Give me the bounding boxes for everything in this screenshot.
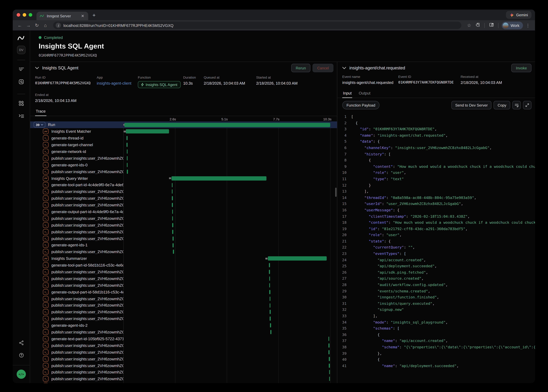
trace-row[interactable]: >_publish:user:insights:user_2VH6zowmhZC… bbox=[30, 302, 337, 309]
browser-menu-icon[interactable]: ⋮ bbox=[524, 23, 532, 28]
trace-row[interactable]: >_publish:user:insights:user_2VH6zowmhZC… bbox=[30, 356, 337, 362]
trace-row[interactable]: >_publish:user:insights:user_2VH6zowmhZC… bbox=[30, 188, 337, 195]
span-bar[interactable] bbox=[172, 203, 173, 207]
trace-row-run[interactable]: 39Run bbox=[30, 121, 337, 128]
chevron-down-icon[interactable] bbox=[342, 67, 346, 69]
trace-row[interactable]: >_publish:user:insights:user_2VH6zowmhZC… bbox=[30, 376, 337, 382]
trace-row[interactable]: >_publish:user:insights:user_2VH6zowmhZC… bbox=[30, 202, 337, 208]
span-bar[interactable] bbox=[172, 236, 173, 241]
rerun-button[interactable]: Rerun bbox=[291, 64, 311, 72]
invoke-button[interactable]: Invoke bbox=[511, 64, 532, 72]
minimize-window-button[interactable] bbox=[23, 13, 26, 17]
span-bar[interactable] bbox=[172, 196, 173, 201]
trace-row[interactable]: Insights Event Matcher bbox=[30, 128, 337, 135]
trace-row[interactable]: >_generate-output-part-id-4c4de9f0-6e7a-… bbox=[30, 208, 337, 215]
span-bar[interactable] bbox=[172, 210, 173, 214]
span-bar[interactable] bbox=[126, 129, 169, 133]
span-bar[interactable] bbox=[172, 230, 173, 234]
bookmark-star-icon[interactable]: ☆ bbox=[466, 23, 473, 28]
trace-row[interactable]: >_generate-agent-ids-0 bbox=[30, 161, 337, 168]
trace-row[interactable]: >_publish:user:insights:user_2VH6zowmhZC… bbox=[30, 369, 337, 376]
span-bar[interactable] bbox=[328, 343, 329, 348]
workspace-avatar[interactable]: DV bbox=[17, 46, 26, 54]
trace-row[interactable]: >_publish:user:insights:user_2VH6zowmhZC… bbox=[30, 329, 337, 336]
span-bar[interactable] bbox=[328, 350, 329, 354]
trace-row[interactable]: >_generate-text-part-id-105bf925-5722-43… bbox=[30, 336, 337, 342]
trace-row[interactable]: >_generate-tool-part-id-4c4de9f0-6e7a-4d… bbox=[30, 182, 337, 188]
inngest-logo-icon[interactable] bbox=[17, 35, 25, 42]
send-to-dev-server-button[interactable]: Send to Dev Server bbox=[451, 101, 492, 109]
tab-close-icon[interactable]: ✕ bbox=[80, 14, 85, 18]
span-bar[interactable] bbox=[173, 250, 174, 254]
forward-icon[interactable]: → bbox=[25, 23, 32, 28]
payload-code[interactable]: 1[2 {3 "id": "01KHRMF63Y7AHK7EKFQGN8RTDE… bbox=[337, 112, 535, 383]
reload-icon[interactable]: ↻ bbox=[33, 23, 40, 28]
trace-scrollbar[interactable] bbox=[335, 188, 337, 197]
span-bar[interactable] bbox=[329, 370, 330, 374]
sidebar-item-apps[interactable] bbox=[18, 101, 24, 108]
span-bar[interactable] bbox=[269, 263, 270, 267]
cancel-button[interactable]: Cancel bbox=[313, 64, 333, 72]
span-bar[interactable] bbox=[127, 143, 128, 147]
gemini-button[interactable]: Gemini bbox=[506, 11, 532, 19]
span-count-badge[interactable]: 39 bbox=[34, 122, 45, 127]
tab-output[interactable]: Output bbox=[358, 89, 371, 98]
span-bar[interactable] bbox=[171, 176, 267, 180]
new-tab-button[interactable]: + bbox=[93, 12, 96, 18]
span-bar[interactable] bbox=[269, 270, 270, 274]
dev-mode-button[interactable]: </> bbox=[17, 370, 26, 379]
back-icon[interactable]: ← bbox=[16, 23, 23, 28]
span-bar[interactable] bbox=[329, 377, 330, 381]
expand-icon[interactable] bbox=[523, 101, 532, 109]
span-bar[interactable] bbox=[124, 123, 330, 127]
sidebar-item-functions[interactable] bbox=[18, 113, 24, 120]
trace-row[interactable]: >_publish:user:insights:user_2VH6zowmhZC… bbox=[30, 362, 337, 369]
home-icon[interactable]: ⌂ bbox=[42, 23, 49, 28]
span-bar[interactable] bbox=[127, 136, 128, 140]
span-bar[interactable] bbox=[270, 323, 271, 328]
profile-button[interactable]: Work bbox=[502, 21, 523, 29]
chevron-down-icon[interactable] bbox=[35, 67, 39, 69]
trace-row[interactable]: >_publish:user:insights:user_2VH6zowmhZC… bbox=[30, 195, 337, 202]
span-bar[interactable] bbox=[269, 283, 270, 287]
trace-row[interactable]: >_publish:user:insights:user_2VH6zowmhZC… bbox=[30, 295, 337, 302]
extensions-icon[interactable] bbox=[474, 22, 481, 28]
span-bar[interactable] bbox=[329, 364, 330, 368]
span-bar[interactable] bbox=[172, 216, 173, 221]
app-link[interactable]: insights-agent-client bbox=[97, 81, 138, 85]
word-wrap-icon[interactable] bbox=[512, 101, 521, 109]
span-bar[interactable] bbox=[268, 256, 327, 261]
trace-row[interactable]: >_publish:user:insights:user_2VH6zowmhZC… bbox=[30, 309, 337, 315]
trace-row[interactable]: >_generate-thread-id bbox=[30, 135, 337, 141]
trace-row[interactable]: >_publish:user:insights:user_2VH6zowmhZC… bbox=[30, 282, 337, 289]
address-bar[interactable]: i localhost:8288/run?runID=01KHRMF677RJP… bbox=[53, 21, 461, 29]
trace-row[interactable]: >_publish:user:insights:user_2VH6zowmhZC… bbox=[30, 235, 337, 242]
span-bar[interactable] bbox=[127, 169, 128, 174]
trace-row[interactable]: >_publish:user:insights:user_2VH6zowmhZC… bbox=[30, 222, 337, 228]
trace-row[interactable]: >_publish:user:insights:user_2VH6zowmhZC… bbox=[30, 315, 337, 322]
span-bar[interactable] bbox=[172, 189, 173, 194]
sidebar-item-events[interactable] bbox=[18, 79, 24, 86]
trace-row[interactable]: >_generate-agent-ids-1 bbox=[30, 242, 337, 249]
copy-button[interactable]: Copy bbox=[494, 101, 510, 109]
span-bar[interactable] bbox=[173, 243, 174, 247]
span-bar[interactable] bbox=[172, 183, 173, 187]
trace-row[interactable]: >_publish:user:insights:user_2VH6zowmhZC… bbox=[30, 342, 337, 349]
tab-trace[interactable]: Trace bbox=[35, 107, 46, 116]
span-bar[interactable] bbox=[270, 303, 270, 308]
tab-input[interactable]: Input bbox=[342, 89, 352, 98]
zoom-window-button[interactable] bbox=[29, 13, 32, 17]
trace-row[interactable]: >_generate-output-part-id-58d1b116-c53c-… bbox=[30, 289, 337, 295]
span-bar[interactable] bbox=[127, 149, 128, 154]
span-bar[interactable] bbox=[328, 337, 329, 341]
trace-row[interactable]: >_generate-tool-part-id-58d1b116-c53c-4e… bbox=[30, 262, 337, 269]
span-bar[interactable] bbox=[270, 310, 271, 314]
trace-row[interactable]: >_generate-agent-ids-2 bbox=[30, 322, 337, 329]
trace-row[interactable]: >_publish:user:insights:user_2VH6zowmhZC… bbox=[30, 168, 337, 175]
span-bar[interactable] bbox=[270, 330, 271, 334]
trace-row[interactable]: >_publish:user:insights:user_2VH6zowmhZC… bbox=[30, 349, 337, 356]
span-bar[interactable] bbox=[269, 290, 270, 294]
trace-row[interactable]: >_publish:user:insights:user_2VH6zowmhZC… bbox=[30, 249, 337, 255]
share-icon[interactable] bbox=[19, 340, 24, 347]
span-bar[interactable] bbox=[172, 223, 173, 227]
